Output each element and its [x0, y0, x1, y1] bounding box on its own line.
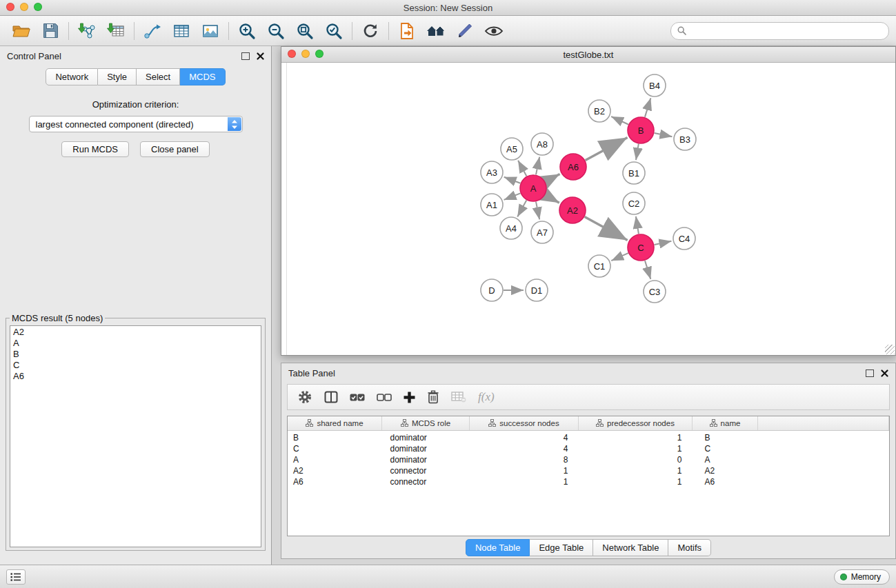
- edge-C-C1[interactable]: [611, 253, 628, 261]
- node-A3[interactable]: A3: [481, 161, 503, 183]
- close-window-button[interactable]: [6, 3, 14, 11]
- task-history-button[interactable]: [6, 569, 26, 585]
- table-row[interactable]: Bdominator41B: [288, 431, 889, 444]
- node-A5[interactable]: A5: [501, 138, 523, 160]
- table-cell[interactable]: A6: [288, 476, 382, 487]
- node-C3[interactable]: C3: [644, 281, 666, 303]
- node-B3[interactable]: B3: [674, 128, 696, 150]
- close-panel-icon[interactable]: [257, 52, 264, 60]
- table-cell[interactable]: 1: [579, 431, 693, 444]
- table-cell[interactable]: A2: [288, 465, 382, 476]
- edge-A-A3[interactable]: [504, 177, 521, 183]
- close-panel-button[interactable]: Close panel: [140, 141, 210, 157]
- mcds-result-item[interactable]: A6: [13, 371, 258, 382]
- minimize-network-window-button[interactable]: [301, 50, 310, 58]
- close-network-window-button[interactable]: [288, 50, 296, 58]
- column-header-shared-name[interactable]: shared name: [288, 416, 382, 431]
- table-row[interactable]: Adominator80A: [288, 454, 889, 465]
- tab-motifs[interactable]: Motifs: [668, 539, 711, 556]
- table-row[interactable]: A2connector11A2: [288, 465, 889, 476]
- criterion-dropdown[interactable]: largest connected component (directed): [29, 116, 243, 132]
- edge-A-A5[interactable]: [518, 161, 526, 176]
- zoom-out-button[interactable]: [261, 19, 290, 43]
- save-session-button[interactable]: [36, 19, 65, 43]
- mcds-result-item[interactable]: C: [13, 360, 258, 371]
- node-C[interactable]: C: [628, 234, 654, 261]
- network-window-titlebar[interactable]: testGlobe.txt: [281, 47, 895, 63]
- network-canvas[interactable]: B4B2BB3A5A8A6A3B1AC2A1A2A4A7C4CC1DD1C3: [281, 63, 895, 355]
- node-B1[interactable]: B1: [623, 162, 645, 184]
- export-image-button[interactable]: [196, 19, 225, 43]
- edge-A6-B[interactable]: [586, 138, 628, 161]
- edge-A-A6[interactable]: [546, 174, 560, 181]
- table-cell[interactable]: 1: [579, 476, 693, 487]
- tab-select[interactable]: Select: [137, 68, 180, 85]
- node-A[interactable]: A: [520, 175, 546, 201]
- mcds-result-list[interactable]: A2ABCA6: [10, 325, 261, 547]
- node-D1[interactable]: D1: [526, 279, 548, 301]
- node-C2[interactable]: C2: [623, 192, 645, 214]
- table-cell[interactable]: dominator: [382, 443, 470, 454]
- table-cell[interactable]: A: [288, 454, 382, 465]
- table-cell[interactable]: 4: [470, 431, 579, 444]
- float-panel-icon[interactable]: [241, 52, 250, 60]
- table-cell[interactable]: 4: [470, 443, 579, 454]
- table-cell[interactable]: B: [288, 431, 382, 444]
- deselect-all-button[interactable]: [377, 393, 392, 402]
- memory-button[interactable]: Memory: [834, 569, 890, 585]
- table-cell[interactable]: A6: [693, 476, 758, 487]
- node-C1[interactable]: C1: [588, 255, 610, 277]
- zoom-fit-button[interactable]: [290, 19, 319, 43]
- resize-grip[interactable]: [885, 345, 895, 354]
- node-A2[interactable]: A2: [559, 197, 586, 223]
- minimize-window-button[interactable]: [20, 3, 28, 11]
- column-chooser-button[interactable]: [324, 391, 338, 403]
- function-builder-button[interactable]: f(x): [478, 390, 495, 404]
- node-D[interactable]: D: [481, 279, 503, 301]
- tab-network[interactable]: Network: [46, 68, 98, 85]
- delete-row-button[interactable]: [427, 390, 439, 404]
- table-cell[interactable]: 1: [579, 465, 693, 476]
- node-C4[interactable]: C4: [673, 227, 695, 250]
- table-row[interactable]: A6connector11A6: [288, 476, 889, 487]
- table-cell[interactable]: 0: [579, 454, 693, 465]
- maximize-network-window-button[interactable]: [315, 50, 323, 58]
- mcds-result-item[interactable]: A: [13, 338, 258, 349]
- table-cell[interactable]: 1: [579, 443, 693, 454]
- search-input[interactable]: [690, 26, 882, 37]
- edge-B-B3[interactable]: [655, 133, 673, 136]
- edge-A-A4[interactable]: [517, 201, 526, 217]
- table-cell[interactable]: 1: [470, 465, 579, 476]
- table-row[interactable]: Cdominator41C: [288, 443, 889, 454]
- zoom-selected-button[interactable]: [319, 19, 348, 43]
- node-B[interactable]: B: [628, 117, 654, 143]
- main-titlebar[interactable]: Session: New Session: [0, 0, 896, 16]
- table-cell[interactable]: connector: [382, 476, 470, 487]
- import-table-button[interactable]: [101, 19, 130, 43]
- edge-A2-C[interactable]: [585, 217, 628, 241]
- table-settings-button[interactable]: [297, 389, 312, 405]
- open-session-button[interactable]: [7, 19, 36, 43]
- tab-mcds[interactable]: MCDS: [180, 68, 225, 85]
- close-table-panel-icon[interactable]: [881, 369, 888, 377]
- edge-A-A2[interactable]: [545, 195, 559, 203]
- edge-C-C3[interactable]: [645, 261, 650, 279]
- float-table-panel-icon[interactable]: [866, 369, 874, 377]
- column-header-predecessor-nodes[interactable]: predecessor nodes: [579, 416, 693, 431]
- refresh-button[interactable]: [356, 19, 385, 43]
- select-all-button[interactable]: [350, 393, 365, 402]
- mcds-result-item[interactable]: B: [13, 349, 258, 360]
- tab-edge-table[interactable]: Edge Table: [530, 539, 593, 556]
- search-box[interactable]: [670, 22, 889, 40]
- node-B4[interactable]: B4: [644, 74, 666, 97]
- edge-A-A8[interactable]: [536, 157, 539, 175]
- column-header-MCDS-role[interactable]: MCDS role: [382, 416, 470, 431]
- tab-node-table[interactable]: Node Table: [466, 539, 530, 556]
- add-row-button[interactable]: [404, 392, 415, 403]
- delete-table-button[interactable]: [451, 392, 466, 403]
- edge-A-A7[interactable]: [536, 202, 539, 220]
- table-cell[interactable]: dominator: [382, 431, 470, 444]
- table-cell[interactable]: dominator: [382, 454, 470, 465]
- table-cell[interactable]: 1: [470, 476, 579, 487]
- edge-A-A1[interactable]: [504, 193, 521, 200]
